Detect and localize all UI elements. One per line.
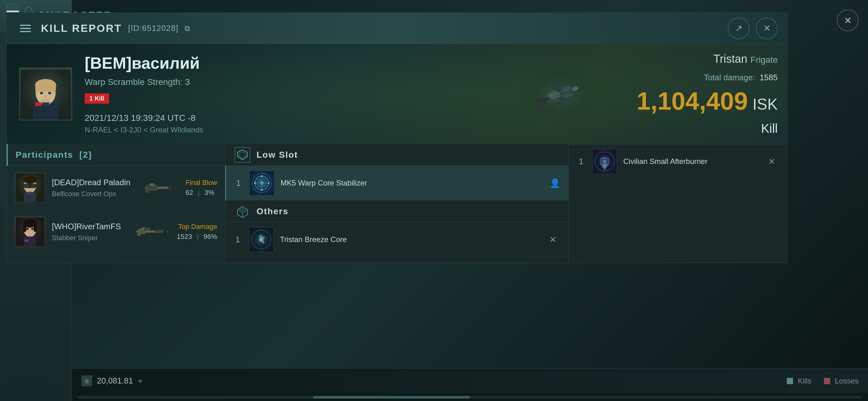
scrollbar-thumb[interactable]: [313, 396, 470, 399]
svg-point-12: [41, 98, 50, 103]
others-title: Others: [256, 206, 288, 216]
participant-stats-2: Top Damage 1523 | 96%: [177, 223, 217, 241]
stat-add-button[interactable]: +: [138, 376, 143, 386]
kills-color-indicator: [787, 378, 793, 384]
modal-hamburger-line-3: [20, 31, 31, 32]
export-icon: ↗: [735, 23, 742, 33]
svg-point-75: [260, 238, 263, 241]
svg-marker-13: [41, 102, 50, 106]
participant-weapon-2: [133, 219, 170, 244]
svg-rect-3: [21, 70, 71, 120]
final-blow-label: Final Blow: [186, 179, 217, 187]
character-portrait: [19, 67, 72, 121]
participant-damage-2: 1523: [177, 233, 192, 241]
right-panel: 1: [568, 144, 787, 263]
modal-header-actions: ↗ ✕: [728, 18, 778, 39]
isk-label: ISK: [752, 95, 778, 113]
svg-point-81: [602, 166, 607, 168]
scrollbar-area: [72, 393, 868, 401]
equipment-row-breeze-core[interactable]: 1: [225, 222, 568, 257]
screen-close-icon: ✕: [844, 15, 852, 26]
low-slot-header: Low Slot: [225, 144, 568, 166]
participant-percent-2: 96%: [204, 233, 217, 241]
svg-rect-50: [25, 239, 28, 242]
total-damage-value: 1585: [760, 73, 778, 82]
bottom-bar: ▦ 20,081.81 + Kills Losses: [72, 368, 868, 393]
participant-row-2[interactable]: [WHO]RiverTamFS Stabber Sniper: [6, 210, 225, 254]
participant-stats-row-1: 62 | 3%: [186, 188, 217, 197]
cube-icon: [235, 204, 250, 219]
svg-point-56: [164, 230, 167, 233]
equipment-row-warp-stabilizer[interactable]: 1: [225, 166, 568, 201]
modal-hamburger-line-2: [20, 28, 31, 29]
kill-bottom: Participants [2]: [6, 144, 787, 263]
svg-point-84: [603, 160, 607, 163]
others-section-header: Others: [225, 201, 568, 222]
svg-point-31: [23, 176, 37, 183]
equipment-row-afterburner[interactable]: 1: [569, 144, 787, 179]
modal-title: KILL REPORT: [41, 22, 122, 34]
svg-point-6: [36, 81, 56, 105]
participant-portrait-river: [14, 216, 45, 247]
eq-count-afterburner: 1: [577, 157, 586, 166]
svg-point-69: [254, 182, 256, 184]
kill-report-modal: KILL REPORT [ID:6512028] ⧉ ↗ ✕: [6, 12, 787, 263]
kills-label: Kills: [798, 377, 811, 386]
svg-rect-47: [34, 223, 37, 232]
svg-rect-8: [35, 84, 56, 92]
svg-rect-55: [137, 233, 141, 236]
participant-name-1: [DEAD]Dread Paladin: [52, 178, 135, 188]
copy-icon[interactable]: ⧉: [185, 24, 190, 33]
eq-close-breeze[interactable]: ✕: [545, 232, 561, 247]
close-icon: ✕: [763, 23, 771, 33]
svg-point-11: [45, 95, 46, 97]
scrollbar-track[interactable]: [78, 396, 862, 399]
eq-close-afterburner[interactable]: ✕: [764, 154, 779, 169]
eq-name-warp-stabilizer: MK5 Warp Core Stabilizer: [281, 179, 544, 188]
participant-ship-1: Bellicose Covert Ops: [52, 190, 135, 198]
participant-ship-2: Stabber Sniper: [52, 234, 127, 242]
kills-indicator-group: Kills: [787, 377, 811, 386]
portrait-image: [20, 68, 71, 120]
modal-menu-button[interactable]: [16, 19, 35, 38]
participants-title: Participants [2]: [16, 150, 92, 160]
participants-header: Participants [2]: [6, 144, 225, 166]
eq-name-breeze-core: Tristan Breeze Core: [280, 235, 539, 244]
ship-type: Frigate: [750, 55, 778, 65]
svg-rect-33: [28, 192, 32, 194]
afterburner-icon: [592, 149, 617, 174]
bottom-stat-value: ▦ 20,081.81 +: [81, 375, 143, 386]
participant-row[interactable]: [DEAD]Dread Paladin Bellicose Covert Ops: [6, 166, 225, 210]
person-icon: 👤: [550, 178, 561, 188]
modal-close-button[interactable]: ✕: [756, 18, 778, 39]
breeze-core-icon: [249, 227, 274, 252]
svg-point-44: [31, 228, 34, 230]
participant-stats-row-2: 1523 | 96%: [177, 232, 217, 241]
modal-id: [ID:6512028]: [128, 24, 178, 33]
svg-rect-46: [23, 223, 26, 232]
svg-point-9: [40, 92, 43, 94]
eq-name-afterburner: Civilian Small Afterburner: [623, 157, 757, 166]
participants-panel: Participants [2]: [6, 144, 225, 263]
stat-number: 20,081.81: [97, 376, 133, 386]
eq-count-1: 1: [234, 178, 243, 188]
svg-marker-59: [239, 152, 246, 159]
losses-color-indicator: [824, 378, 830, 384]
modal-export-button[interactable]: ↗: [728, 18, 750, 39]
hamburger-line-1: [6, 11, 19, 12]
svg-point-7: [35, 79, 56, 92]
kill-info-header: [BEM]василий Warp Scramble Strength: 3 1…: [6, 44, 787, 144]
svg-marker-71: [238, 206, 247, 213]
total-damage-label: Total damage:: [704, 73, 755, 82]
screen-close-button[interactable]: ✕: [837, 9, 859, 31]
kill-stats: Tristan Frigate Total damage: 1585 1,104…: [637, 53, 778, 136]
svg-point-43: [26, 228, 29, 230]
svg-point-82: [603, 168, 606, 170]
svg-rect-14: [35, 102, 41, 106]
modal-hamburger-line-1: [20, 25, 31, 26]
kill-badge: 1 Kill: [85, 93, 109, 104]
ship-class: Tristan: [713, 53, 747, 66]
svg-point-66: [261, 175, 263, 177]
participant-portrait-dread: [14, 172, 45, 203]
svg-rect-38: [145, 189, 150, 193]
